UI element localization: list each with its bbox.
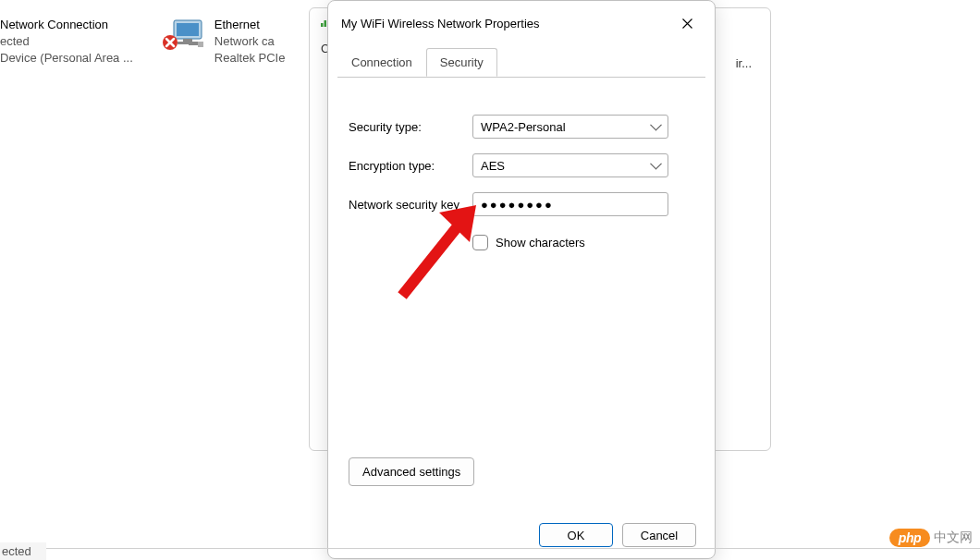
- network-item-ethernet[interactable]: Ethernet Network ca Realtek PCIe: [161, 17, 286, 67]
- watermark-text: 中文网: [934, 530, 973, 546]
- svg-rect-1: [177, 23, 199, 36]
- network-key-row: Network security key: [349, 192, 694, 216]
- close-button[interactable]: [672, 10, 702, 36]
- network-key-label: Network security key: [349, 198, 472, 212]
- ok-button[interactable]: OK: [539, 523, 613, 547]
- advanced-settings-button[interactable]: Advanced settings: [349, 457, 474, 486]
- net-status: ected: [0, 33, 133, 50]
- dialog-title: My WiFi Wireless Network Properties: [341, 17, 540, 30]
- encryption-type-value: AES: [481, 159, 505, 173]
- close-icon: [682, 18, 692, 29]
- svg-rect-2: [183, 39, 192, 42]
- dialog-body: Security type: WPA2-Personal Encryption …: [328, 78, 715, 512]
- dialog-footer: OK Cancel: [328, 512, 715, 558]
- svg-rect-7: [325, 20, 327, 27]
- security-type-select[interactable]: WPA2-Personal: [472, 115, 668, 139]
- network-key-input[interactable]: [472, 192, 668, 216]
- show-characters-checkbox[interactable]: [472, 235, 488, 250]
- tab-security[interactable]: Security: [426, 48, 497, 77]
- net-device: Device (Personal Area ...: [0, 50, 133, 67]
- network-connections-background: Network Connection ected Device (Persona…: [0, 17, 285, 67]
- security-type-row: Security type: WPA2-Personal: [349, 115, 694, 139]
- encryption-type-select[interactable]: AES: [472, 153, 668, 177]
- show-characters-label: Show characters: [496, 236, 585, 250]
- encryption-type-label: Encryption type:: [349, 159, 472, 173]
- security-type-label: Security type:: [349, 120, 472, 134]
- bottom-divider: [0, 548, 980, 549]
- net-device: Realtek PCIe: [214, 50, 286, 67]
- network-item-bluetooth[interactable]: Network Connection ected Device (Persona…: [0, 17, 133, 67]
- net-name: Network Connection: [0, 17, 133, 33]
- ethernet-icon: [161, 17, 205, 52]
- tabs: Connection Security: [337, 47, 705, 77]
- security-type-value: WPA2-Personal: [481, 120, 566, 134]
- wifi-properties-dialog: My WiFi Wireless Network Properties Conn…: [327, 0, 716, 559]
- svg-rect-5: [198, 42, 203, 47]
- tab-connection[interactable]: Connection: [337, 48, 426, 77]
- bottom-status-text: ected: [0, 542, 46, 560]
- dialog-titlebar: My WiFi Wireless Network Properties: [328, 1, 715, 45]
- show-characters-row: Show characters: [472, 235, 694, 250]
- watermark-badge: php: [889, 529, 930, 547]
- net-name: Ethernet: [214, 17, 286, 33]
- bg-dialog-text: ir...: [736, 56, 752, 70]
- cancel-button[interactable]: Cancel: [622, 523, 696, 547]
- svg-rect-6: [321, 23, 324, 27]
- encryption-type-row: Encryption type: AES: [349, 153, 694, 177]
- net-status: Network ca: [214, 33, 286, 50]
- watermark: php 中文网: [889, 529, 973, 547]
